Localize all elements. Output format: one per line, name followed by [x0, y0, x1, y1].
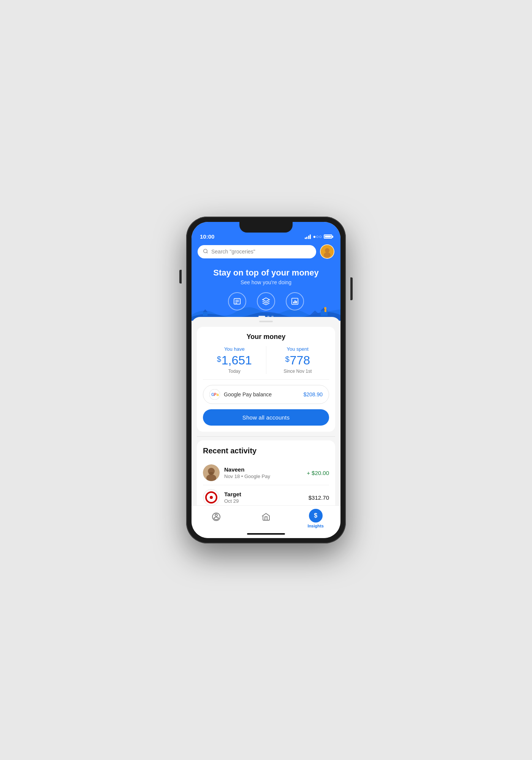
naveen-amount: + $20.00 — [307, 470, 329, 476]
phone-notch — [239, 222, 293, 233]
target-icon — [205, 491, 217, 504]
balance-amount: $208.90 — [303, 391, 323, 397]
feature-icons-row — [198, 292, 334, 310]
card-icon-btn[interactable] — [257, 292, 275, 310]
svg-rect-15 — [321, 310, 328, 316]
nav-item-pay[interactable] — [192, 512, 241, 525]
insights-icon-wrap: $ — [309, 509, 323, 522]
main-content: Your money You have $ 1,651 Today You sp… — [192, 317, 340, 505]
bottom-nav: $ Insights — [192, 505, 340, 530]
money-stats-row: You have $ 1,651 Today You spent $ 77 — [203, 346, 329, 380]
phone-frame: 10:00 ●○○ — [186, 217, 346, 543]
balance-label: Google Pay balance — [224, 391, 272, 397]
naveen-avatar — [203, 464, 220, 481]
you-have-amount: $ 1,651 — [203, 353, 266, 367]
signal-icon — [305, 234, 311, 239]
naveen-detail: Nov 18 • Google Pay — [224, 473, 302, 479]
drag-handle — [259, 321, 273, 322]
you-spent-stat: You spent $ 778 Since Nov 1st — [266, 346, 329, 374]
search-icon — [203, 249, 208, 255]
pay-icon — [212, 512, 221, 524]
svg-point-0 — [204, 249, 207, 252]
header-blue: Search "groceries" — [192, 241, 340, 321]
insights-icon: $ — [314, 512, 317, 519]
activity-item-target[interactable]: Target Oct 29 $312.70 — [203, 485, 329, 505]
battery-icon — [324, 234, 332, 239]
home-indicator — [192, 530, 340, 538]
divider — [197, 436, 335, 437]
svg-point-4 — [324, 252, 331, 258]
hero-title: Stay on top of your money — [198, 268, 334, 278]
activity-item-naveen[interactable]: Naveen Nov 18 • Google Pay + $20.00 — [203, 461, 329, 485]
recent-activity-section: Recent activity — [197, 440, 335, 505]
target-name: Target — [224, 491, 304, 497]
search-row: Search "groceries" — [198, 244, 334, 259]
nav-item-insights[interactable]: $ Insights — [291, 509, 340, 528]
target-info: Target Oct 29 — [224, 491, 304, 504]
you-spent-dollar: $ — [285, 355, 289, 364]
screen-content: 10:00 ●○○ — [192, 222, 340, 538]
you-spent-label: You spent — [266, 346, 329, 352]
money-card-title: Your money — [203, 333, 329, 341]
svg-rect-10 — [293, 302, 294, 304]
svg-line-1 — [207, 252, 208, 253]
money-card: Your money You have $ 1,651 Today You sp… — [197, 327, 335, 432]
svg-rect-12 — [296, 301, 297, 303]
search-placeholder-text: Search "groceries" — [211, 249, 255, 255]
you-have-period: Today — [203, 369, 266, 374]
svg-text:a: a — [217, 393, 219, 397]
transactions-icon-btn[interactable] — [228, 292, 246, 310]
you-spent-value: 778 — [290, 353, 310, 367]
home-icon — [261, 512, 271, 524]
balance-row[interactable]: G P a Google Pay balance $208.90 — [203, 385, 329, 404]
hero-section: Stay on top of your money See how you're… — [198, 265, 334, 285]
search-bar[interactable]: Search "groceries" — [198, 245, 316, 258]
chart-icon-btn[interactable] — [286, 292, 304, 310]
target-amount: $312.70 — [309, 494, 329, 501]
naveen-name: Naveen — [224, 466, 302, 473]
you-spent-period: Since Nov 1st — [266, 369, 329, 374]
svg-rect-13 — [203, 312, 207, 316]
svg-point-27 — [209, 472, 214, 475]
target-detail: Oct 29 — [224, 498, 304, 504]
svg-point-3 — [325, 248, 329, 253]
recent-activity-title: Recent activity — [203, 446, 329, 455]
you-have-dollar: $ — [217, 355, 221, 364]
nav-item-home[interactable] — [241, 512, 291, 525]
hero-subtitle: See how you're doing — [198, 279, 334, 285]
you-have-value: 1,651 — [222, 353, 252, 367]
status-icons: ●○○ — [305, 234, 332, 239]
wifi-icon: ●○○ — [313, 234, 322, 239]
you-have-label: You have — [203, 346, 266, 352]
gpay-icon: G P a — [209, 389, 220, 400]
phone-screen: 10:00 ●○○ — [192, 222, 340, 538]
svg-text:P: P — [214, 393, 217, 397]
target-logo — [203, 489, 220, 505]
show-all-accounts-button[interactable]: Show all accounts — [203, 409, 329, 426]
status-time: 10:00 — [200, 233, 214, 240]
home-bar — [247, 533, 285, 535]
balance-left: G P a Google Pay balance — [209, 389, 272, 400]
user-avatar[interactable] — [320, 244, 334, 259]
naveen-info: Naveen Nov 18 • Google Pay — [224, 466, 302, 479]
you-spent-amount: $ 778 — [266, 353, 329, 367]
svg-rect-11 — [294, 300, 296, 303]
insights-nav-label: Insights — [308, 524, 324, 528]
you-have-stat: You have $ 1,651 Today — [203, 346, 266, 374]
